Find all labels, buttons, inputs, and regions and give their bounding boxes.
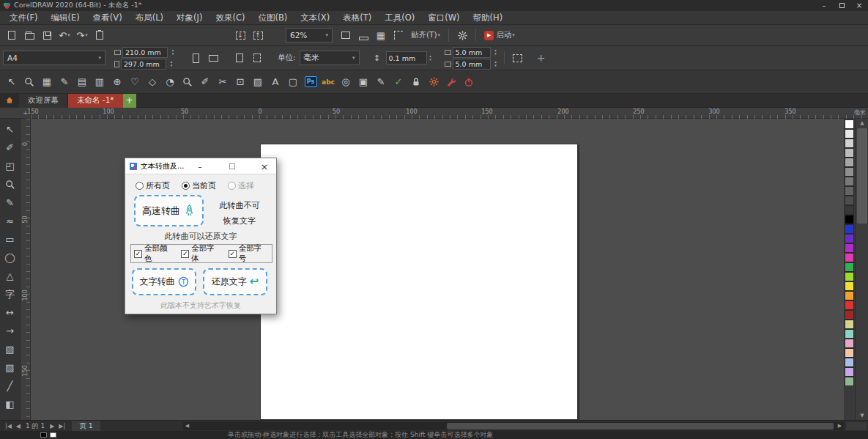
plugin-rows-icon[interactable]: ▥: [91, 73, 108, 91]
plugin-edit-icon[interactable]: ✎: [372, 73, 390, 91]
duplicate-y-field[interactable]: 5.0 mm: [453, 59, 491, 70]
plugin-grid-icon[interactable]: ▤: [73, 73, 91, 91]
undo-dropdown-caret[interactable]: ▾: [67, 32, 70, 38]
new-document-button[interactable]: [3, 26, 21, 44]
color-swatch[interactable]: [845, 148, 854, 158]
import-button[interactable]: ↓: [231, 26, 249, 44]
show-rulers-button[interactable]: [355, 26, 372, 44]
shape-tool[interactable]: ✐: [1, 139, 19, 157]
color-swatch[interactable]: [845, 272, 854, 281]
plugin-letter-icon[interactable]: A: [267, 73, 284, 91]
redo-button[interactable]: ↷▾: [73, 26, 91, 44]
color-swatch[interactable]: [845, 243, 854, 253]
plugin-repair-button[interactable]: [442, 73, 460, 91]
plugin-pie-icon[interactable]: ◔: [161, 73, 179, 91]
plugin-lock-button[interactable]: [407, 73, 425, 91]
menu-bitmaps[interactable]: 位图(B): [251, 11, 294, 25]
text-convert-button[interactable]: 文字转曲 T: [132, 268, 196, 295]
connector-tool[interactable]: →: [1, 322, 19, 340]
menu-help[interactable]: 帮助(H): [467, 11, 510, 25]
page-height-field[interactable]: 297.0 mm: [121, 59, 166, 70]
color-swatch[interactable]: [845, 367, 854, 377]
color-swatch[interactable]: [845, 224, 854, 234]
horizontal-ruler[interactable]: 150 100 50 0 50 100 150 200 250 300 350 …: [31, 108, 868, 119]
menu-effects[interactable]: 效果(C): [209, 11, 251, 25]
color-swatch[interactable]: [845, 377, 854, 386]
color-swatch[interactable]: [845, 253, 854, 262]
outline-color-swatch[interactable]: [40, 432, 47, 438]
vertical-scroll-thumb[interactable]: [857, 128, 867, 224]
checkbox-all-colors[interactable]: ✓ 全部颜色: [134, 243, 174, 264]
plugin-target-icon[interactable]: ◎: [337, 73, 355, 91]
color-swatch[interactable]: [845, 167, 854, 177]
landscape-button[interactable]: [204, 49, 222, 67]
minimize-button[interactable]: –: [815, 0, 833, 10]
text-tool[interactable]: 字: [1, 285, 19, 303]
plugin-fonts-button[interactable]: abc: [319, 73, 337, 91]
menu-tools[interactable]: 工具(O): [378, 11, 421, 25]
plugin-print-icon[interactable]: ▣: [355, 73, 372, 91]
page-height-stepper[interactable]: ▴▾: [168, 60, 175, 67]
menu-view[interactable]: 查看(V): [86, 11, 129, 25]
last-page-button[interactable]: ▶|: [56, 423, 67, 429]
plugin-photoshop-button[interactable]: Ps: [302, 73, 319, 91]
units-combo[interactable]: 毫米 ▾: [300, 51, 360, 65]
plugin-power-button[interactable]: [460, 73, 478, 91]
previous-page-button[interactable]: ◀: [14, 423, 23, 429]
crop-tool[interactable]: ◰: [1, 157, 19, 175]
color-swatch[interactable]: [845, 329, 854, 339]
dialog-maximize-button[interactable]: [226, 161, 238, 172]
save-button[interactable]: [38, 26, 56, 44]
freehand-tool[interactable]: ✎: [1, 193, 19, 212]
plugin-pick-icon[interactable]: ↖: [3, 73, 21, 91]
dialog-title-bar[interactable]: 文本转曲及... – ×: [125, 158, 276, 174]
color-swatch[interactable]: [845, 358, 854, 367]
menu-window[interactable]: 窗口(W): [421, 11, 466, 25]
color-swatch[interactable]: [845, 348, 854, 358]
menu-file[interactable]: 文件(F): [3, 11, 45, 25]
page-size-combo[interactable]: A4 ▾: [3, 51, 105, 65]
vertical-ruler[interactable]: 0 50 100 150: [21, 119, 31, 420]
color-swatch[interactable]: [845, 177, 854, 186]
color-swatch[interactable]: [845, 215, 854, 224]
plugin-find-icon[interactable]: [179, 73, 196, 91]
menu-layout[interactable]: 布局(L): [129, 11, 170, 25]
horizontal-scrollbar[interactable]: ◀ ▶: [183, 422, 844, 430]
checkbox-all-fonts[interactable]: ✓ 全部字体: [181, 243, 221, 264]
first-page-button[interactable]: |◀: [3, 423, 14, 429]
eyedropper-tool[interactable]: ╱: [1, 377, 19, 395]
snap-to-button[interactable]: 贴齐(T) ▾: [407, 26, 444, 44]
show-guidelines-button[interactable]: [390, 26, 407, 44]
duplicate-y-stepper[interactable]: ▴▾: [492, 60, 500, 67]
ellipse-tool[interactable]: ◯: [1, 248, 19, 267]
plugin-table-icon[interactable]: ▦: [38, 73, 56, 91]
plugin-zoom-icon[interactable]: [21, 73, 38, 91]
export-button[interactable]: ↑: [249, 26, 267, 44]
color-swatch[interactable]: [845, 281, 854, 291]
undo-button[interactable]: ↶▾: [56, 26, 73, 44]
options-button[interactable]: [453, 26, 471, 44]
treat-as-filled-button[interactable]: [509, 49, 527, 67]
color-swatch[interactable]: [845, 310, 854, 320]
plugin-document-icon[interactable]: ▢: [284, 73, 302, 91]
menu-table[interactable]: 表格(T): [336, 11, 378, 25]
plugin-heart-icon[interactable]: ♡: [126, 73, 144, 91]
menu-edit[interactable]: 编辑(E): [45, 11, 86, 25]
document-page[interactable]: [260, 144, 578, 420]
maximize-button[interactable]: [833, 0, 850, 10]
artistic-media-tool[interactable]: ≈: [1, 212, 19, 230]
page-width-field[interactable]: 210.0 mm: [122, 47, 168, 58]
dialog-minimize-button[interactable]: –: [194, 161, 206, 172]
color-swatch[interactable]: [845, 196, 854, 205]
plugin-polygon-icon[interactable]: ◇: [144, 73, 161, 91]
fast-convert-button[interactable]: 高速转曲: [134, 195, 204, 226]
fill-tool[interactable]: ◧: [1, 395, 19, 413]
portrait-button[interactable]: [187, 49, 204, 67]
color-swatch[interactable]: [845, 205, 854, 215]
tab-untitled-document[interactable]: 未命名 -1*: [68, 94, 123, 108]
next-page-button[interactable]: ▶: [48, 423, 56, 429]
zoom-level-combo[interactable]: 62% ▾: [286, 28, 333, 43]
horizontal-scroll-thumb[interactable]: [447, 423, 834, 429]
dialog-close-button[interactable]: ×: [259, 161, 270, 172]
scroll-left-button[interactable]: ◀: [183, 422, 191, 430]
